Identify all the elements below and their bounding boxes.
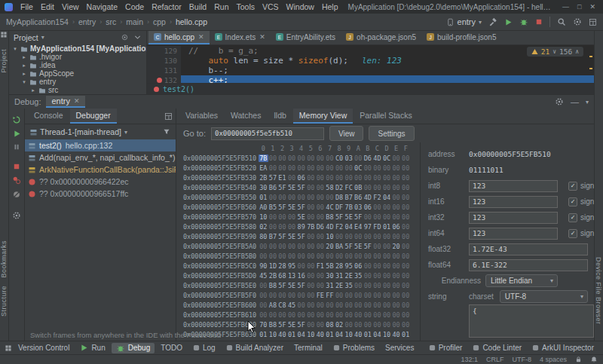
hex-byte[interactable]: 00 [372, 184, 382, 191]
menu-refactor[interactable]: Refactor [148, 2, 185, 11]
hex-byte[interactable]: 00 [296, 243, 306, 250]
hex-byte[interactable]: 00 [401, 154, 411, 162]
menu-window[interactable]: Window [283, 2, 318, 11]
hex-byte[interactable]: 00 [306, 164, 316, 172]
hex-byte[interactable]: 01 [259, 331, 268, 338]
hex-byte[interactable]: 00 [335, 164, 344, 172]
hex-byte[interactable]: 00 [306, 213, 316, 221]
hex-byte[interactable]: 7B [344, 203, 354, 211]
hex-byte[interactable]: 00 [344, 164, 354, 172]
hex-byte[interactable]: 00 [354, 282, 363, 289]
hex-byte[interactable]: 00 [316, 184, 326, 191]
breadcrumb-item[interactable]: MyApplication154 [6, 17, 69, 26]
thread-selector[interactable]: Thread-1-[main-thread] ▾ [25, 124, 176, 139]
menu-file[interactable]: File [17, 2, 37, 11]
chevron-right-icon[interactable]: ▸ [21, 63, 27, 69]
hex-byte[interactable]: 03 [354, 203, 363, 211]
hex-byte[interactable]: 00 [296, 301, 306, 309]
hex-byte[interactable]: 00 [325, 311, 335, 319]
hex-byte[interactable]: 00 [259, 301, 268, 309]
hex-byte[interactable]: 00 [363, 262, 373, 270]
stop-icon[interactable] [535, 18, 543, 26]
hex-byte[interactable]: B7 [344, 194, 354, 201]
hex-byte[interactable]: 00 [277, 154, 287, 162]
hex-byte[interactable]: 00 [382, 292, 392, 299]
hex-byte[interactable]: 5F [277, 321, 287, 329]
hex-byte[interactable]: 5F [335, 213, 344, 221]
hex-byte[interactable]: 00 [287, 174, 297, 182]
hex-byte[interactable]: 01 [259, 194, 268, 201]
frame-row[interactable]: ?? 0x00000000966517ffc [25, 188, 176, 200]
hex-byte[interactable]: 00 [391, 174, 401, 182]
hex-byte[interactable]: 00 [277, 213, 287, 221]
tab-lldb[interactable]: lldb [268, 109, 292, 124]
hex-byte[interactable]: 00 [296, 292, 306, 299]
hex-byte[interactable]: 00 [354, 321, 363, 329]
hex-byte[interactable]: 57 [268, 174, 278, 182]
hex-byte[interactable]: 00 [268, 252, 278, 260]
hex-byte[interactable]: 00 [391, 321, 401, 329]
hex-byte[interactable]: 00 [325, 174, 335, 182]
hex-byte[interactable]: 00 [306, 301, 316, 309]
hex-byte[interactable]: 00 [316, 203, 326, 211]
hex-byte[interactable]: 06 [296, 174, 306, 182]
hex-byte[interactable]: 00 [372, 203, 382, 211]
editor-gutter[interactable]: 129 [147, 46, 181, 56]
hex-byte[interactable]: FC [344, 184, 354, 191]
hex-byte[interactable]: BA [335, 243, 344, 250]
close-icon[interactable]: ✕ [259, 33, 265, 41]
hex-byte[interactable]: 00 [401, 321, 411, 329]
hex-byte[interactable]: 40 [277, 331, 287, 338]
hex-byte[interactable]: 10 [344, 331, 354, 338]
hex-byte[interactable]: 00 [363, 164, 373, 172]
hex-byte[interactable]: 00 [277, 194, 287, 201]
hex-byte[interactable]: 70 [259, 321, 268, 329]
warning-mark-icon[interactable] [589, 68, 592, 69]
project-tree-item[interactable]: ▾entry [9, 78, 146, 86]
hex-byte[interactable]: 00 [344, 252, 354, 260]
hex-byte[interactable]: 00 [382, 213, 392, 221]
menu-navigate[interactable]: Navigate [83, 2, 121, 11]
editor-line[interactable]: 132 c++; [147, 75, 594, 83]
hex-byte[interactable]: 00 [325, 154, 335, 162]
breadcrumb-item[interactable]: entry [78, 17, 96, 26]
bell-icon[interactable] [590, 356, 598, 363]
hex-byte[interactable]: 00 [382, 272, 392, 280]
project-tree-item[interactable]: ▸.hvigor [9, 53, 146, 61]
hex-byte[interactable]: 00 [372, 164, 382, 172]
line-ending[interactable]: CRLF [486, 356, 504, 363]
hex-byte[interactable]: 00 [296, 164, 306, 172]
hex-byte[interactable]: D6 [316, 223, 326, 231]
hex-byte[interactable]: 00 [391, 203, 401, 211]
tab-watches[interactable]: Watches [225, 109, 267, 124]
hex-byte[interactable]: 10 [382, 331, 392, 338]
hex-byte[interactable]: 00 [277, 243, 287, 250]
debug-icon[interactable] [519, 17, 528, 26]
hex-byte[interactable]: 01 [363, 331, 373, 338]
hex-byte[interactable]: 00 [268, 213, 278, 221]
hex-byte[interactable]: 5E [287, 282, 297, 289]
hex-byte[interactable]: 00 [391, 154, 401, 162]
hex-byte[interactable]: 7B [306, 223, 316, 231]
hex-byte[interactable]: 04 [344, 223, 354, 231]
hex-byte[interactable]: 13 [287, 272, 297, 280]
hex-byte[interactable]: 00 [335, 233, 344, 240]
hex-byte[interactable]: 00 [259, 311, 268, 319]
minimize-panel-icon[interactable]: — [571, 97, 579, 106]
hex-byte[interactable]: 00 [268, 223, 278, 231]
hex-byte[interactable]: 00 [401, 233, 411, 240]
hex-byte[interactable]: 00 [354, 154, 363, 162]
hex-byte[interactable]: 00 [335, 174, 344, 182]
hex-byte[interactable]: 28 [335, 262, 344, 270]
hex-byte[interactable]: 00 [316, 321, 326, 329]
chevron-right-icon[interactable]: ▸ [21, 54, 27, 60]
hex-byte[interactable]: 00 [277, 164, 287, 172]
hex-byte[interactable]: 00 [306, 154, 316, 162]
warning-mark-icon[interactable] [589, 56, 592, 57]
hex-byte[interactable]: 00 [391, 272, 401, 280]
hex-byte[interactable]: 35 [344, 282, 354, 289]
hex-byte[interactable]: 00 [372, 252, 382, 260]
hex-byte[interactable]: 00 [354, 301, 363, 309]
hex-byte[interactable]: 00 [401, 301, 411, 309]
hex-byte[interactable]: 00 [372, 174, 382, 182]
